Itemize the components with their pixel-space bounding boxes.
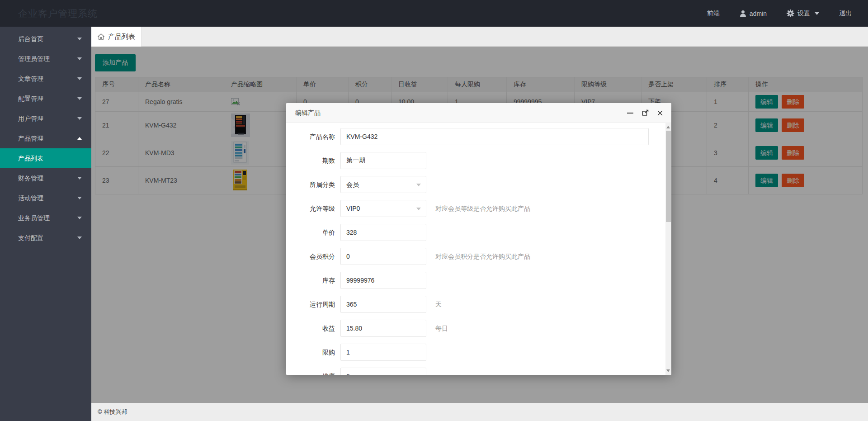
field-label-allow-level: 允许等级 xyxy=(286,200,340,217)
sidebar-item-user-manage[interactable]: 用户管理 xyxy=(0,109,91,128)
chevron-down-icon xyxy=(77,57,82,60)
dialog-scrollbar[interactable] xyxy=(665,123,671,375)
dialog-controls xyxy=(626,103,664,123)
field-hint-allow-level: 对应会员等级是否允许购买此产品 xyxy=(435,200,530,217)
sidebar-item-label: 文章管理 xyxy=(18,75,43,82)
app-logo: 企业客户管理系统 xyxy=(18,0,98,27)
sidebar-item-payment-config[interactable]: 支付配置 xyxy=(0,228,91,248)
field-hint-member-points: 对应会员积分是否允许购买此产品 xyxy=(435,248,530,265)
chevron-down-icon xyxy=(77,177,82,180)
sidebar-item-label: 财务管理 xyxy=(18,175,43,182)
copyright-text: © 科技兴邦 xyxy=(98,408,127,415)
form-row-product-name: 产品名称 xyxy=(286,128,665,145)
sidebar-item-product-manage[interactable]: 产品管理 xyxy=(0,128,91,148)
field-suffix-profit: 每日 xyxy=(435,320,448,337)
chevron-down-icon xyxy=(77,97,82,100)
sidebar: 后台首页管理员管理文章管理配置管理用户管理产品管理产品列表财务管理活动管理业务员… xyxy=(0,27,91,421)
field-label-stock: 库存 xyxy=(286,272,340,289)
dialog-form: 产品名称期数所属分类会员允许等级VIP0对应会员等级是否允许购买此产品单价会员积… xyxy=(286,123,665,375)
allow-level-select[interactable]: VIP0 xyxy=(340,200,426,217)
sidebar-item-label: 活动管理 xyxy=(18,194,43,202)
minimize-icon[interactable] xyxy=(626,109,634,117)
profit-input[interactable] xyxy=(340,320,426,337)
sidebar-item-product-list[interactable]: 产品列表 xyxy=(0,148,91,168)
field-label-product-name: 产品名称 xyxy=(286,128,340,145)
member-points-input[interactable] xyxy=(340,248,426,265)
footer: © 科技兴邦 xyxy=(91,403,868,421)
scroll-down-icon[interactable] xyxy=(666,369,670,372)
form-row-unit-price: 单价 xyxy=(286,224,665,241)
maximize-icon[interactable] xyxy=(641,109,649,117)
form-row-run-cycle: 运行周期天 xyxy=(286,296,665,313)
form-row-category: 所属分类会员 xyxy=(286,176,665,193)
field-label-run-cycle: 运行周期 xyxy=(286,296,340,313)
field-label-profit: 收益 xyxy=(286,320,340,337)
form-row-allow-level: 允许等级VIP0对应会员等级是否允许购买此产品 xyxy=(286,200,665,217)
close-icon[interactable] xyxy=(656,109,664,117)
user-icon xyxy=(740,10,746,17)
scroll-up-icon[interactable] xyxy=(666,126,670,128)
run-cycle-input[interactable] xyxy=(340,296,426,313)
sidebar-item-article-manage[interactable]: 文章管理 xyxy=(0,69,91,89)
chevron-up-icon xyxy=(77,137,82,140)
chevron-down-icon xyxy=(77,217,82,219)
chevron-down-icon xyxy=(77,38,82,40)
edit-product-dialog: 编辑产品 产品名称期数所属分类会员允许等级VIP0对应会员等级是否允许购买此产品… xyxy=(286,103,671,375)
form-row-sort: 排序 xyxy=(286,368,665,375)
nav-settings[interactable]: 设置 xyxy=(787,9,819,18)
top-navbar: 企业客户管理系统 前端 admin xyxy=(0,0,868,27)
chevron-down-icon xyxy=(416,208,421,210)
tab-label: 产品列表 xyxy=(108,33,135,41)
nav-logout-label: 退出 xyxy=(839,9,852,18)
sort-input[interactable] xyxy=(340,368,426,375)
category-select[interactable]: 会员 xyxy=(340,176,426,193)
form-row-profit: 收益每日 xyxy=(286,320,665,337)
selected-value: 会员 xyxy=(346,181,359,188)
chevron-down-icon xyxy=(77,237,82,239)
period-input[interactable] xyxy=(340,152,426,169)
sidebar-item-finance-manage[interactable]: 财务管理 xyxy=(0,168,91,188)
sidebar-item-salesman-manage[interactable]: 业务员管理 xyxy=(0,208,91,228)
sidebar-item-admin-manage[interactable]: 管理员管理 xyxy=(0,49,91,69)
sidebar-item-label: 配置管理 xyxy=(18,95,43,102)
dialog-title: 编辑产品 xyxy=(295,109,321,116)
navbar-menu: 前端 admin xyxy=(707,0,852,27)
tab-product-list[interactable]: 产品列表 xyxy=(91,27,142,47)
product-name-input[interactable] xyxy=(340,128,649,145)
gear-icon xyxy=(787,9,794,17)
form-row-period: 期数 xyxy=(286,152,665,169)
sidebar-item-label: 管理员管理 xyxy=(18,55,50,62)
nav-logout[interactable]: 退出 xyxy=(839,9,852,18)
field-label-unit-price: 单价 xyxy=(286,224,340,241)
stock-input[interactable] xyxy=(340,272,426,289)
nav-username: admin xyxy=(750,10,767,17)
field-label-purchase-limit: 限购 xyxy=(286,344,340,361)
chevron-down-icon xyxy=(416,184,421,186)
dialog-titlebar: 编辑产品 xyxy=(286,103,671,123)
sidebar-item-label: 用户管理 xyxy=(18,115,43,122)
field-suffix-run-cycle: 天 xyxy=(435,296,442,313)
sidebar-item-config-manage[interactable]: 配置管理 xyxy=(0,89,91,109)
nav-user[interactable]: admin xyxy=(740,10,767,17)
tab-bar: 产品列表 xyxy=(91,27,868,47)
purchase-limit-input[interactable] xyxy=(340,344,426,361)
nav-settings-label: 设置 xyxy=(797,9,810,18)
nav-frontend-label: 前端 xyxy=(707,9,720,18)
chevron-down-icon xyxy=(77,197,82,199)
home-icon xyxy=(97,33,105,40)
sidebar-item-home[interactable]: 后台首页 xyxy=(0,29,91,49)
field-label-category: 所属分类 xyxy=(286,176,340,193)
sidebar-item-label: 产品列表 xyxy=(18,155,43,162)
form-row-purchase-limit: 限购 xyxy=(286,344,665,361)
field-label-period: 期数 xyxy=(286,152,340,169)
form-row-member-points: 会员积分对应会员积分是否允许购买此产品 xyxy=(286,248,665,265)
sidebar-item-label: 后台首页 xyxy=(18,35,43,43)
chevron-down-icon xyxy=(77,77,82,80)
form-row-stock: 库存 xyxy=(286,272,665,289)
scrollbar-thumb[interactable] xyxy=(666,131,671,222)
sidebar-item-activity-manage[interactable]: 活动管理 xyxy=(0,188,91,208)
sidebar-item-label: 业务员管理 xyxy=(18,214,50,222)
nav-frontend-link[interactable]: 前端 xyxy=(707,9,720,18)
unit-price-input[interactable] xyxy=(340,224,426,241)
field-label-member-points: 会员积分 xyxy=(286,248,340,265)
